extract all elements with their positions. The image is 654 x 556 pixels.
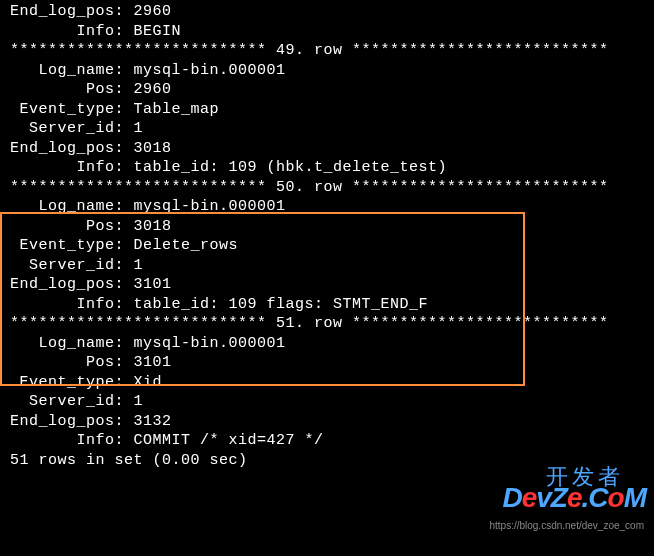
row49-pos: Pos: 2960	[10, 80, 644, 100]
row51-end-log-pos: End_log_pos: 3132	[10, 412, 644, 432]
row50-info: Info: table_id: 109 flags: STMT_END_F	[10, 295, 644, 315]
row51-log-name: Log_name: mysql-bin.000001	[10, 334, 644, 354]
row50-log-name: Log_name: mysql-bin.000001	[10, 197, 644, 217]
row50-pos: Pos: 3018	[10, 217, 644, 237]
result-footer: 51 rows in set (0.00 sec)	[10, 451, 644, 471]
row49-event-type: Event_type: Table_map	[10, 100, 644, 120]
watermark-url: https://blog.csdn.net/dev_zoe_com	[489, 519, 644, 532]
row50-event-type: Event_type: Delete_rows	[10, 236, 644, 256]
row51-info: Info: COMMIT /* xid=427 */	[10, 431, 644, 451]
terminal-output: End_log_pos: 2960 Info: BEGIN **********…	[10, 2, 644, 470]
row-separator-49: *************************** 49. row ****…	[10, 41, 644, 61]
row-separator-50: *************************** 50. row ****…	[10, 178, 644, 198]
row48-end-log-pos: End_log_pos: 2960	[10, 2, 644, 22]
row48-info: Info: BEGIN	[10, 22, 644, 42]
row50-end-log-pos: End_log_pos: 3101	[10, 275, 644, 295]
row49-log-name: Log_name: mysql-bin.000001	[10, 61, 644, 81]
row49-info: Info: table_id: 109 (hbk.t_delete_test)	[10, 158, 644, 178]
row50-server-id: Server_id: 1	[10, 256, 644, 276]
row-separator-51: *************************** 51. row ****…	[10, 314, 644, 334]
row49-end-log-pos: End_log_pos: 3018	[10, 139, 644, 159]
row51-server-id: Server_id: 1	[10, 392, 644, 412]
watermark-logo: DevZe.CoM	[502, 480, 646, 516]
row51-pos: Pos: 3101	[10, 353, 644, 373]
row49-server-id: Server_id: 1	[10, 119, 644, 139]
row51-event-type: Event_type: Xid	[10, 373, 644, 393]
